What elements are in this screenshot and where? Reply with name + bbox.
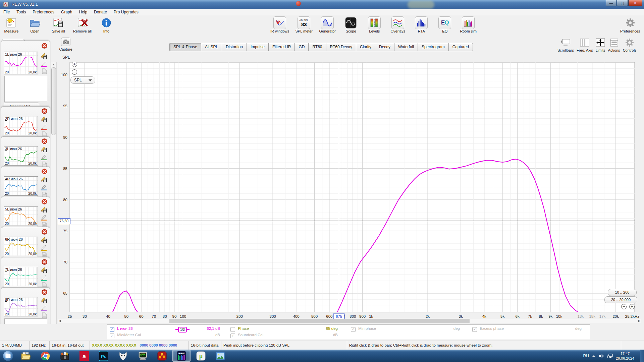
save-measurement-icon[interactable] xyxy=(41,206,47,213)
measurement-thumbnail[interactable]: 1L июн 26 20 20,0k xyxy=(4,52,38,74)
trace-color-pencil-icon[interactable] xyxy=(41,154,47,160)
delete-measurement-icon[interactable] xyxy=(42,289,47,295)
taskbar-app-molecule-app[interactable] xyxy=(153,350,171,362)
save-measurement-icon[interactable] xyxy=(41,116,47,122)
freq-zoom-in-button[interactable]: + xyxy=(629,304,635,309)
save-measurement-icon[interactable] xyxy=(41,176,47,183)
taskbar-app-foobar[interactable] xyxy=(114,350,132,362)
measurement-thumbnail[interactable]: 7L июн 26 20 20,0k xyxy=(4,267,38,286)
zoom-out-button[interactable]: − xyxy=(72,69,77,75)
toolbar-button-remove-all[interactable]: Remove all xyxy=(72,16,93,34)
menu-item-pro-upgrades[interactable]: Pro Upgrades xyxy=(110,9,142,15)
menu-item-help[interactable]: Help xyxy=(75,9,91,15)
save-measurement-icon[interactable] xyxy=(41,146,47,153)
toolbar-button-scope[interactable]: Scope xyxy=(341,16,361,34)
save-measurement-icon[interactable] xyxy=(41,297,47,303)
scroll-right-icon[interactable]: ▶ xyxy=(638,319,640,322)
toolbar-button-ir-windows[interactable]: IR windows xyxy=(269,16,290,34)
delete-measurement-icon[interactable] xyxy=(42,229,47,235)
measurement-thumbnail[interactable]: 5L июн 26 20 20,0k xyxy=(4,206,38,226)
toolbar-button-open[interactable]: Open xyxy=(25,16,45,34)
delete-measurement-icon[interactable] xyxy=(42,169,47,174)
tray-expand-icon[interactable] xyxy=(592,355,596,357)
toolbar-button-room-sim[interactable]: Room sim xyxy=(458,16,478,34)
taskbar-app-image-viewer[interactable] xyxy=(211,350,229,362)
speaker-icon[interactable] xyxy=(599,354,604,358)
freq-axis-scrollbar[interactable]: ◀ ▶ xyxy=(58,319,641,323)
measurement-item-2[interactable]: 2R июн 26 20 20,0k xyxy=(1,106,50,139)
trace-color-pencil-icon[interactable] xyxy=(41,274,47,281)
measurement-thumbnail[interactable]: 6R июн 26 20 20,0k xyxy=(4,237,38,256)
maximize-button[interactable]: ▢ xyxy=(617,0,628,6)
trace-color-pencil-icon[interactable] xyxy=(41,184,47,190)
language-indicator[interactable]: RU xyxy=(583,354,589,358)
menu-item-graph[interactable]: Graph xyxy=(58,9,75,15)
toolbar-button-levels[interactable]: 0369 Levels xyxy=(364,16,384,34)
measurement-item-6[interactable]: 6R июн 26 20 20,0k xyxy=(1,227,50,260)
trace-color-pencil-icon[interactable] xyxy=(41,123,47,130)
taskbar-app-rew[interactable]: REW xyxy=(172,350,191,362)
taskbar-app-system-monitor[interactable] xyxy=(133,350,152,362)
toolbar-button-rta[interactable]: RTA xyxy=(411,16,431,34)
toolbar-button-save-all[interactable]: Save all xyxy=(48,16,68,34)
toolbar-button-eq[interactable]: EQ EQ xyxy=(435,16,455,34)
range-button-20-20000[interactable]: 20 .. 20 000 xyxy=(604,296,637,303)
menu-item-donate[interactable]: Donate xyxy=(91,9,110,15)
measurement-thumbnail[interactable]: 2R июн 26 20 20,0k xyxy=(4,116,38,135)
taskbar-app-explorer[interactable] xyxy=(17,350,35,362)
measurement-thumbnail[interactable]: 4R июн 26 20 20,0k xyxy=(4,176,38,196)
network-icon[interactable] xyxy=(607,354,613,358)
toolbar-button-spl-meter[interactable]: dB SPL83 SPL meter xyxy=(294,16,314,34)
taskbar-app-photoshop[interactable]: Ps xyxy=(95,350,113,362)
measurement-notes-box[interactable] xyxy=(4,76,47,102)
notes-icon[interactable] xyxy=(42,68,47,74)
scroll-up-icon[interactable]: ▲ xyxy=(51,63,56,66)
menu-item-preferences[interactable]: Preferences xyxy=(29,9,58,15)
minimize-button[interactable]: — xyxy=(606,0,616,6)
taskbar-app-archive[interactable] xyxy=(56,350,74,362)
toolbar-button-preferences[interactable]: Preferences xyxy=(619,16,641,34)
graph-type-select[interactable]: SPL xyxy=(70,76,95,84)
delete-measurement-icon[interactable] xyxy=(42,259,47,265)
trace-color-pencil-icon[interactable] xyxy=(41,60,47,67)
measurement-item-7[interactable]: 7L июн 26 20 20,0k xyxy=(1,257,50,290)
measurement-item-1[interactable]: 1L июн 26 20 20,0k Change Cal... xyxy=(1,41,50,112)
measurement-item-5[interactable]: 5L июн 26 20 20,0k xyxy=(1,197,50,230)
menu-item-tools[interactable]: Tools xyxy=(13,9,29,15)
trace-color-pencil-icon[interactable] xyxy=(41,214,47,221)
sidebar-scrollbar[interactable]: ▲ ▼ xyxy=(51,62,57,345)
measurement-item-4[interactable]: 4R июн 26 20 20,0k xyxy=(1,167,50,199)
scroll-left-icon[interactable]: ◀ xyxy=(59,319,61,322)
taskbar-app-amd[interactable]: a xyxy=(75,350,93,362)
show-desktop-button[interactable] xyxy=(640,350,644,362)
freq-zoom-out-button[interactable]: − xyxy=(621,304,627,309)
toolbar-button-overlays[interactable]: Overlays xyxy=(388,16,408,34)
trace-color-pencil-icon[interactable] xyxy=(41,304,47,311)
taskbar-app-chrome[interactable] xyxy=(36,350,54,362)
save-measurement-icon[interactable] xyxy=(41,266,47,273)
toolbar-button-measure[interactable]: Measure xyxy=(1,16,21,34)
toolbar-button-generator[interactable]: Generator xyxy=(317,16,337,34)
range-button-10-200[interactable]: 10 .. 200 xyxy=(608,289,637,296)
notes-icon[interactable] xyxy=(42,312,47,318)
capture-button[interactable] xyxy=(61,38,70,46)
zoom-in-button[interactable]: + xyxy=(72,62,77,67)
delete-measurement-icon[interactable] xyxy=(42,43,47,49)
clock[interactable]: 17:47 26.06.2024 xyxy=(616,351,634,361)
save-measurement-icon[interactable] xyxy=(41,236,47,243)
titlebar[interactable]: REW V5.31.1 — ▢ ✕ xyxy=(0,0,644,9)
menu-item-file[interactable]: File xyxy=(0,9,13,15)
taskbar-app-utorrent[interactable]: µ xyxy=(192,350,210,362)
delete-measurement-icon[interactable] xyxy=(42,108,47,114)
delete-measurement-icon[interactable] xyxy=(42,199,47,204)
trace-color-pencil-icon[interactable] xyxy=(41,244,47,251)
close-button[interactable]: ✕ xyxy=(628,0,642,6)
measurement-thumbnail[interactable]: 8R июн 26 20 20,0k xyxy=(4,297,38,316)
toolbar-button-info[interactable]: Info xyxy=(96,16,116,34)
spl-chart[interactable]: 1009590858075706525304050607080901002003… xyxy=(57,50,644,323)
scrollbar-thumb[interactable] xyxy=(51,67,56,135)
scrollbar-thumb[interactable] xyxy=(169,319,470,323)
measurement-item-3[interactable]: 3L июн 26 20 20,0k xyxy=(1,136,50,169)
measurement-thumbnail[interactable]: 3L июн 26 20 20,0k xyxy=(4,146,38,166)
save-measurement-icon[interactable] xyxy=(41,52,47,59)
